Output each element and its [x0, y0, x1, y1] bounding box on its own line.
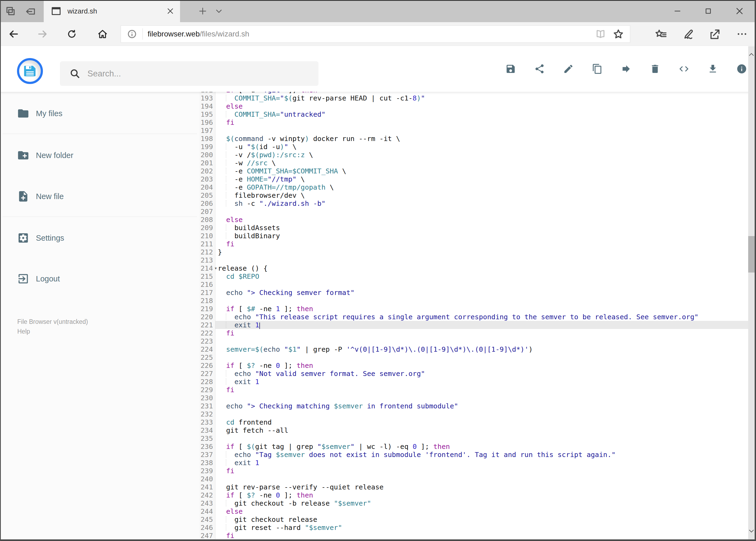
- code-line[interactable]: 244 else: [200, 507, 748, 515]
- add-favorite-button[interactable]: [610, 26, 627, 42]
- code-text[interactable]: if [ -d ".git" ]; then: [215, 92, 748, 94]
- code-line[interactable]: 210 buildBinary: [200, 232, 748, 240]
- code-text[interactable]: [215, 434, 748, 442]
- code-text[interactable]: echo "> Checking semver format": [215, 288, 748, 296]
- sidebar-item-new-folder[interactable]: New folder: [0, 141, 199, 170]
- help-link[interactable]: Help: [17, 328, 30, 335]
- code-line[interactable]: 205 filebrowser/dev \: [200, 191, 748, 199]
- code-text[interactable]: -e HOME="//tmp" \: [215, 175, 748, 183]
- sidebar-item-logout[interactable]: Logout: [0, 264, 199, 293]
- code-line[interactable]: 224 semver=$(echo "$1" | grep -P '^v(0|[…: [200, 345, 748, 353]
- code-text[interactable]: [215, 208, 748, 216]
- code-line[interactable]: 196 fi: [200, 118, 748, 126]
- search-box[interactable]: [60, 61, 319, 86]
- delete-button[interactable]: [640, 53, 669, 85]
- code-line[interactable]: 193 COMMIT_SHA="$(git rev-parse HEAD | c…: [200, 94, 748, 102]
- code-line[interactable]: 246 git reset --hard "$semver": [200, 523, 748, 532]
- code-line[interactable]: 227 echo "Not valid semver format. See s…: [200, 369, 748, 377]
- code-line[interactable]: 221 exit 1: [200, 321, 748, 329]
- code-line[interactable]: 192 if [ -d ".git" ]; then: [200, 92, 748, 94]
- raw-code-button[interactable]: [669, 53, 698, 85]
- code-line[interactable]: 202 -e COMMIT_SHA=$COMMIT_SHA \: [200, 167, 748, 175]
- refresh-button[interactable]: [61, 22, 83, 46]
- code-line[interactable]: 232: [200, 410, 748, 418]
- edit-button[interactable]: [554, 53, 583, 85]
- code-line[interactable]: 206 sh -c "./wizard.sh -b": [200, 199, 748, 208]
- code-line[interactable]: 241 git rev-parse --verify --quiet relea…: [200, 483, 748, 491]
- code-line[interactable]: 243 git checkout -b release "$semver": [200, 499, 748, 507]
- code-text[interactable]: -e COMMIT_SHA=$COMMIT_SHA \: [215, 167, 748, 175]
- sidebar-item-new-file[interactable]: New file: [0, 182, 199, 211]
- code-line[interactable]: 215 cd $REPO: [200, 272, 748, 280]
- code-text[interactable]: -w //src \: [215, 159, 748, 167]
- code-line[interactable]: 207: [200, 208, 748, 216]
- code-text[interactable]: COMMIT_SHA="$(git rev-parse HEAD | cut -…: [215, 94, 748, 102]
- code-text[interactable]: -u "$(id -u)" \: [215, 143, 748, 151]
- code-text[interactable]: [215, 296, 748, 305]
- code-line[interactable]: 199 -u "$(id -u)" \: [200, 143, 748, 151]
- code-line[interactable]: 218: [200, 296, 748, 305]
- code-text[interactable]: fi: [215, 386, 748, 394]
- home-button[interactable]: [92, 22, 114, 46]
- search-input[interactable]: [87, 69, 319, 79]
- code-line[interactable]: 213: [200, 256, 748, 264]
- tab-list-button[interactable]: [211, 0, 227, 22]
- code-editor[interactable]: 192 if [ -d ".git" ]; then193 COMMIT_SHA…: [200, 92, 748, 541]
- code-text[interactable]: else: [215, 507, 748, 515]
- code-text[interactable]: else: [215, 216, 748, 224]
- code-line[interactable]: 216: [200, 280, 748, 288]
- code-line[interactable]: 198 $(command -v winpty) docker run --rm…: [200, 135, 748, 143]
- tab-preview-button[interactable]: [2, 0, 19, 22]
- code-text[interactable]: if [ $? -ne 0 ]; then: [215, 361, 748, 369]
- code-line[interactable]: 220 echo "This release script requires a…: [200, 313, 748, 321]
- code-line[interactable]: 229 fi: [200, 386, 748, 394]
- minimize-button[interactable]: [665, 0, 690, 22]
- code-line[interactable]: 209 buildAssets: [200, 224, 748, 232]
- code-text[interactable]: fi: [215, 467, 748, 475]
- maximize-button[interactable]: [696, 0, 721, 22]
- move-button[interactable]: [612, 53, 640, 85]
- code-text[interactable]: fi: [215, 532, 748, 540]
- code-text[interactable]: else: [215, 102, 748, 110]
- code-line[interactable]: 230: [200, 394, 748, 402]
- code-text[interactable]: git fetch --all: [215, 426, 748, 434]
- code-text[interactable]: exit 1: [215, 321, 748, 329]
- code-line[interactable]: 233 cd frontend: [200, 418, 748, 426]
- code-line[interactable]: 208 else: [200, 216, 748, 224]
- code-text[interactable]: buildAssets: [215, 224, 748, 232]
- code-text[interactable]: buildBinary: [215, 232, 748, 240]
- code-text[interactable]: [215, 126, 748, 135]
- code-line[interactable]: 219 if [ $# -ne 1 ]; then: [200, 305, 748, 313]
- code-text[interactable]: -v /$(pwd):/src:z \: [215, 151, 748, 159]
- filebrowser-logo[interactable]: [17, 58, 43, 84]
- code-line[interactable]: 245 git checkout release: [200, 515, 748, 523]
- code-line[interactable]: 239 fi: [200, 467, 748, 475]
- reading-view-button[interactable]: [592, 26, 610, 42]
- code-line[interactable]: 225: [200, 353, 748, 361]
- code-text[interactable]: [215, 475, 748, 483]
- code-text[interactable]: sh -c "./wizard.sh -b": [215, 199, 748, 208]
- code-line[interactable]: 236 if [ $(git tag | grep "$semver" | wc…: [200, 442, 748, 450]
- code-text[interactable]: cd frontend: [215, 418, 748, 426]
- code-line[interactable]: 237 echo "Tag $semver does not exist in …: [200, 450, 748, 459]
- code-line[interactable]: 214▾release () {: [200, 264, 748, 272]
- address-bar[interactable]: filebrowser.web/files/wizard.sh: [121, 25, 630, 43]
- code-text[interactable]: git reset --hard "$semver": [215, 523, 748, 532]
- copy-button[interactable]: [583, 53, 612, 85]
- code-text[interactable]: fi: [215, 329, 748, 337]
- code-line[interactable]: 211 fi: [200, 240, 748, 248]
- code-text[interactable]: git rev-parse --verify --quiet release: [215, 483, 748, 491]
- code-text[interactable]: git checkout -b release "$semver": [215, 499, 748, 507]
- forward-button[interactable]: [32, 22, 54, 46]
- new-tab-button[interactable]: [195, 0, 210, 22]
- code-text[interactable]: [215, 410, 748, 418]
- code-text[interactable]: if [ $(git tag | grep "$semver" | wc -l)…: [215, 442, 748, 450]
- code-line[interactable]: 217 echo "> Checking semver format": [200, 288, 748, 296]
- back-button[interactable]: [3, 22, 24, 46]
- code-text[interactable]: echo "This release script requires a sin…: [215, 313, 748, 321]
- code-text[interactable]: if [ $? -ne 0 ]; then: [215, 491, 748, 499]
- code-line[interactable]: 240: [200, 475, 748, 483]
- code-text[interactable]: fi: [215, 240, 748, 248]
- settings-more-button[interactable]: [730, 22, 754, 46]
- code-line[interactable]: 203 -e HOME="//tmp" \: [200, 175, 748, 183]
